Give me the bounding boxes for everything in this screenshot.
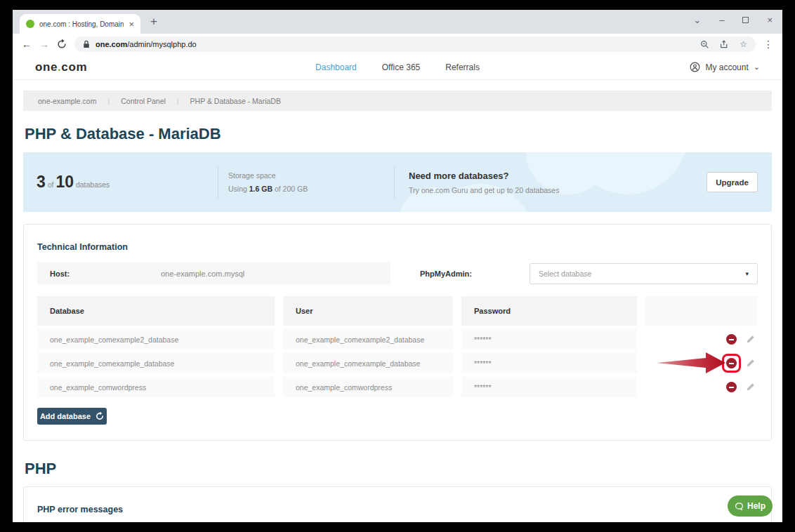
storage-info: Storage space Using 1.6 GB of 200 GB [218,171,394,193]
delete-highlight-ring [722,330,741,349]
db-actions-cell [645,353,758,373]
help-button[interactable]: Help [728,496,773,517]
db-password-cell: ****** [461,353,637,373]
db-user-cell: one_example_comexample2_database [283,329,453,350]
site-header: one.com Dashboard Office 365 Referrals M… [13,55,782,80]
php-card: PHP error messages PHP error messages [23,486,772,522]
breadcrumb-separator: | [107,97,110,105]
host-value: one-example.com.mysql [161,270,244,278]
phpmyadmin-label: PhpMyAdmin: [412,270,530,278]
usage-banner: 3 of 10 databases Storage space Using 1.… [23,152,772,212]
breadcrumb-separator: | [177,97,179,105]
circular-arrow-icon [96,412,104,420]
nav-referrals[interactable]: Referrals [445,62,480,72]
delete-database-icon[interactable] [726,334,737,345]
column-header-password: Password [461,296,637,326]
nav-dashboard[interactable]: Dashboard [315,62,357,72]
favicon-icon [26,20,34,28]
phpmyadmin-field: PhpMyAdmin: Select database ▾ [412,262,758,285]
lock-icon [83,40,90,48]
my-account-label: My account [705,62,748,72]
php-section-title: PHP [25,460,772,478]
column-header-database: Database [37,296,275,326]
add-database-label: Add database [40,412,91,420]
tab-bar: one.com : Hosting, Domain, Emai × + ⌄ – … [13,10,782,34]
db-table-header: Database User Password [37,296,758,326]
select-caret-icon: ▾ [745,270,749,277]
account-chevron-icon: ⌄ [754,62,760,72]
column-header-actions [645,296,758,326]
db-name-cell: one_example_comexample2_database [37,329,275,350]
window-chevron-icon[interactable]: ⌄ [693,15,701,25]
main-nav: Dashboard Office 365 Referrals [315,62,480,72]
db-password-cell: ****** [461,377,637,397]
browser-menu-icon[interactable]: ⋮ [763,39,773,50]
db-user-cell: one_example_comexample_database [283,353,453,373]
storage-usage: Using 1.6 GB of 200 GB [228,185,394,193]
edit-database-icon[interactable] [746,335,755,344]
db-row: one_example_comexample2_database one_exa… [37,329,758,350]
window-close-icon[interactable]: × [767,15,773,25]
php-error-messages-title: PHP error messages [37,505,758,514]
delete-database-icon[interactable] [726,382,737,392]
breadcrumb-control-panel[interactable]: Control Panel [121,97,166,105]
select-placeholder: Select database [539,270,591,278]
host-field: Host: one-example.com.mysql [37,262,390,285]
db-actions-cell [645,377,758,397]
my-account-menu[interactable]: My account ⌄ [690,62,760,72]
window-maximize-icon[interactable] [742,17,749,23]
storage-title: Storage space [228,171,394,180]
delete-highlight-ring [722,378,741,397]
url-text: one.com/admin/mysqlphp.do [96,40,197,48]
edit-database-icon[interactable] [746,383,755,392]
edit-database-icon[interactable] [746,359,755,368]
db-password-cell: ****** [461,329,637,350]
database-count: 3 of 10 databases [23,173,218,192]
upgrade-promo: Need more databases? Try one.com Guru an… [395,171,707,194]
db-row: one_example_comwordpress one_example_com… [37,377,758,397]
url-domain: one.com [96,40,127,48]
db-name-cell: one_example_comwordpress [37,377,275,397]
pointer-arrow [657,350,727,378]
share-icon[interactable] [720,40,729,49]
chat-bubble-icon [735,502,744,511]
db-row: one_example_comexample_database one_exam… [37,353,758,373]
db-name-cell: one_example_comexample_database [37,353,275,373]
upgrade-button[interactable]: Upgrade [707,172,758,192]
bookmark-star-icon[interactable]: ☆ [740,39,747,49]
delete-database-icon[interactable] [726,358,737,368]
url-bar: ← → one.com/admin/mysqlphp.do ☆ ⋮ [13,34,782,55]
page-title: PHP & Database - MariaDB [25,125,772,143]
back-icon[interactable]: ← [22,39,32,50]
add-database-button[interactable]: Add database [37,408,107,425]
url-path: /admin/mysqlphp.do [127,40,196,48]
database-select[interactable]: Select database ▾ [530,263,758,284]
promo-title: Need more databases? [409,171,707,181]
account-icon [690,62,700,72]
breadcrumb: one-example.com | Control Panel | PHP & … [23,91,772,111]
nav-office-365[interactable]: Office 365 [382,62,420,72]
host-label: Host: [50,270,161,278]
one-com-logo[interactable]: one.com [35,60,87,74]
breadcrumb-domain[interactable]: one-example.com [38,97,96,105]
promo-subtitle: Try one.com Guru and get up to 20 databa… [409,186,707,194]
tab-title: one.com : Hosting, Domain, Emai [39,20,124,28]
browser-tab[interactable]: one.com : Hosting, Domain, Emai × [20,14,140,34]
technical-information-title: Technical Information [37,242,758,252]
new-tab-button[interactable]: + [150,15,157,29]
browser-window: one.com : Hosting, Domain, Emai × + ⌄ – … [13,10,782,522]
db-user-cell: one_example_comwordpress [283,377,453,397]
site-content: one.com Dashboard Office 365 Referrals M… [13,55,782,522]
database-card: Technical Information Host: one-example.… [23,224,772,441]
breadcrumb-current: PHP & Database - MariaDB [190,97,281,105]
tab-close-icon[interactable]: × [129,19,134,29]
db-actions-cell [645,329,758,350]
zoom-icon[interactable] [700,40,709,49]
forward-icon[interactable]: → [39,39,49,50]
reload-icon[interactable] [57,39,67,49]
column-header-user: User [283,296,453,326]
help-label: Help [747,501,766,511]
window-minimize-icon[interactable]: – [719,15,724,25]
address-bar[interactable]: one.com/admin/mysqlphp.do ☆ [74,36,756,52]
